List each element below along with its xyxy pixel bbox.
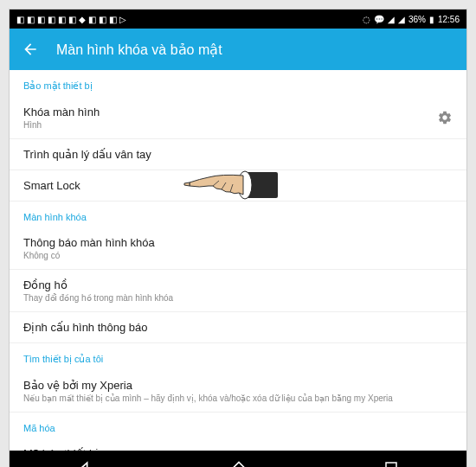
item-smart-lock[interactable]: Smart Lock bbox=[10, 170, 466, 202]
page-title: Màn hình khóa và bảo mật bbox=[56, 42, 222, 58]
notif-icon: ◌ bbox=[363, 15, 370, 24]
item-my-xperia[interactable]: Bảo vệ bởi my Xperia Nếu bạn mất thiết b… bbox=[10, 370, 466, 413]
phone-frame: ◧◧◧◧◧◧◆◧◧◧▷ ◌ 💬 ◢ ◢ 36% ▮ 12:56 Màn hình… bbox=[9, 9, 467, 467]
item-sub: Không có bbox=[23, 251, 453, 260]
item-sub: Nếu bạn mất thiết bị của mình – hãy định… bbox=[23, 393, 453, 403]
gear-icon[interactable] bbox=[437, 110, 453, 125]
item-title: Thông báo màn hình khóa bbox=[23, 236, 453, 249]
svg-rect-0 bbox=[386, 463, 396, 467]
nav-home-icon[interactable] bbox=[230, 459, 248, 467]
item-sub: Hình bbox=[23, 120, 437, 130]
wifi-icon: ◢ bbox=[388, 15, 395, 24]
item-lock-notifications[interactable]: Thông báo màn hình khóa Không có bbox=[10, 227, 466, 270]
item-title: Mã hóa thiết bị bbox=[23, 447, 453, 451]
item-title: Smart Lock bbox=[23, 179, 453, 192]
status-left-icons: ◧◧◧◧◧◧◆◧◧◧▷ bbox=[16, 15, 126, 24]
nav-back-icon[interactable] bbox=[77, 459, 94, 467]
item-title: Định cấu hình thông báo bbox=[23, 321, 453, 334]
clock-text: 12:56 bbox=[438, 15, 460, 24]
item-screen-lock[interactable]: Khóa màn hình Hình bbox=[10, 97, 466, 139]
nav-recent-icon[interactable] bbox=[383, 460, 399, 467]
item-config-notifications[interactable]: Định cấu hình thông báo bbox=[10, 312, 466, 343]
item-fingerprint[interactable]: Trình quản lý dấu vân tay bbox=[10, 139, 466, 170]
item-sub: Thay đổi đồng hồ trong màn hình khóa bbox=[23, 293, 453, 303]
item-title: Trình quản lý dấu vân tay bbox=[23, 148, 453, 161]
item-title: Đồng hồ bbox=[23, 278, 453, 291]
section-device-security: Bảo mật thiết bị bbox=[10, 70, 466, 97]
section-encryption: Mã hóa bbox=[10, 413, 466, 438]
battery-icon: ▮ bbox=[429, 15, 434, 24]
section-lock-screen: Màn hình khóa bbox=[10, 202, 466, 227]
app-bar: Màn hình khóa và bảo mật bbox=[10, 29, 466, 70]
settings-content[interactable]: Bảo mật thiết bị Khóa màn hình Hình Trìn… bbox=[10, 70, 466, 451]
status-right-icons: ◌ 💬 ◢ ◢ 36% ▮ 12:56 bbox=[363, 15, 460, 24]
back-icon[interactable] bbox=[22, 41, 39, 58]
signal-icon: ◢ bbox=[398, 15, 405, 24]
item-clock[interactable]: Đồng hồ Thay đổi đồng hồ trong màn hình … bbox=[10, 270, 466, 312]
item-title: Bảo vệ bởi my Xperia bbox=[23, 379, 453, 392]
chat-icon: 💬 bbox=[374, 15, 384, 24]
item-encrypt-device[interactable]: Mã hóa thiết bị bbox=[10, 438, 466, 451]
status-bar: ◧◧◧◧◧◧◆◧◧◧▷ ◌ 💬 ◢ ◢ 36% ▮ 12:56 bbox=[10, 10, 466, 29]
item-title: Khóa màn hình bbox=[23, 106, 437, 118]
nav-bar bbox=[10, 451, 466, 467]
battery-pct: 36% bbox=[408, 15, 426, 24]
section-find-device: Tìm thiết bị của tôi bbox=[10, 343, 466, 370]
